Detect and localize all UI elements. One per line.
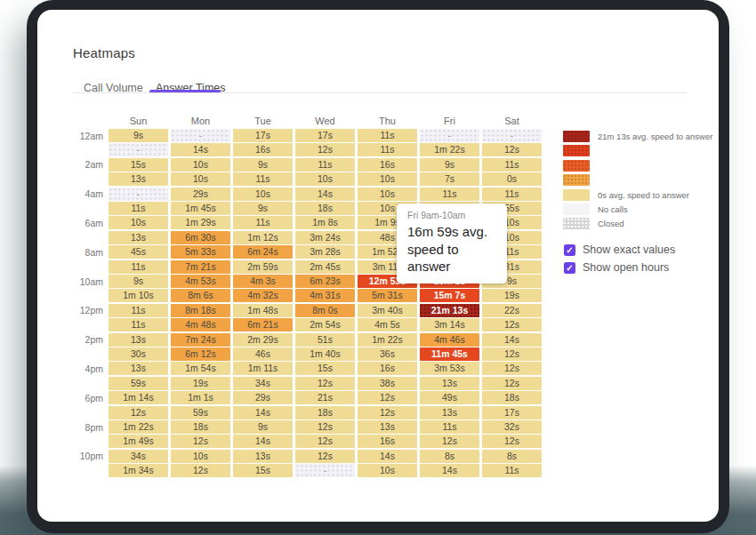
heatmap-cell[interactable]: 12s bbox=[482, 435, 542, 448]
heatmap-cell[interactable]: 46s bbox=[233, 347, 293, 361]
heatmap-cell[interactable]: 14s bbox=[295, 188, 355, 201]
heatmap-cell[interactable]: 13s bbox=[420, 377, 479, 390]
heatmap-cell[interactable]: 29s bbox=[233, 391, 293, 404]
heatmap-cell[interactable]: 12s bbox=[482, 362, 542, 375]
heatmap-cell[interactable]: 7m 24s bbox=[171, 333, 230, 347]
heatmap-cell[interactable]: 13s bbox=[358, 420, 417, 434]
heatmap-cell[interactable]: 4m 46s bbox=[420, 333, 479, 347]
heatmap-cell[interactable]: 49s bbox=[420, 391, 479, 404]
heatmap-cell[interactable]: 10s bbox=[233, 188, 293, 201]
heatmap-cell[interactable]: 12s bbox=[482, 143, 542, 156]
heatmap-cell[interactable]: 3m 40s bbox=[358, 304, 417, 317]
heatmap-cell[interactable]: 18s bbox=[171, 420, 230, 434]
heatmap-cell[interactable]: 12s bbox=[482, 377, 542, 390]
heatmap-cell[interactable]: 13s bbox=[109, 172, 168, 186]
checkbox-show-exact-values[interactable]: ✓Show exact values bbox=[564, 244, 675, 256]
heatmap-cell[interactable]: 59s bbox=[171, 406, 230, 419]
heatmap-cell[interactable]: 10s bbox=[171, 172, 230, 186]
heatmap-cell[interactable]: 19s bbox=[482, 289, 542, 302]
heatmap-cell[interactable]: 9s bbox=[233, 202, 293, 215]
heatmap-cell[interactable]: 7s bbox=[420, 172, 479, 186]
heatmap-cell[interactable]: 1m 48s bbox=[233, 304, 293, 317]
heatmap-cell[interactable]: 12s bbox=[109, 406, 168, 419]
heatmap-cell[interactable]: 1m 12s bbox=[233, 231, 293, 244]
heatmap-cell[interactable]: 1m 14s bbox=[109, 391, 168, 404]
heatmap-cell[interactable]: 8m 6s bbox=[171, 289, 230, 302]
heatmap-cell[interactable]: 36s bbox=[358, 347, 417, 361]
heatmap-cell[interactable]: 12s bbox=[482, 347, 542, 361]
heatmap-cell[interactable]: 3m 24s bbox=[295, 231, 355, 244]
heatmap-cell[interactable]: 9s bbox=[233, 158, 293, 172]
heatmap-cell[interactable]: 5m 31s bbox=[358, 289, 417, 302]
heatmap-cell[interactable]: 34s bbox=[233, 377, 293, 390]
heatmap-cell[interactable]: 12s bbox=[420, 435, 479, 448]
heatmap-cell[interactable]: 45s bbox=[109, 245, 168, 259]
heatmap-cell[interactable]: 1m 22s bbox=[358, 333, 417, 347]
heatmap-cell[interactable]: 11s bbox=[109, 260, 168, 274]
heatmap-cell[interactable]: 32s bbox=[482, 420, 542, 434]
heatmap-cell[interactable]: 8s bbox=[482, 450, 542, 463]
heatmap-cell[interactable]: 10s bbox=[171, 450, 230, 463]
heatmap-cell[interactable]: 10s bbox=[171, 158, 230, 172]
heatmap-cell[interactable]: 4m 5s bbox=[358, 318, 417, 331]
heatmap-cell[interactable]: 11s bbox=[109, 304, 168, 317]
heatmap-cell[interactable]: 9s bbox=[109, 129, 168, 142]
heatmap-cell[interactable]: - bbox=[109, 188, 168, 201]
heatmap-cell[interactable]: 22s bbox=[482, 304, 542, 317]
heatmap-cell[interactable]: 18s bbox=[295, 202, 355, 215]
heatmap-cell[interactable]: 21s bbox=[295, 391, 355, 404]
heatmap-cell[interactable]: 12s bbox=[358, 391, 417, 404]
checkbox-show-open-hours[interactable]: ✓Show open hours bbox=[564, 261, 669, 274]
heatmap-cell[interactable]: 13s bbox=[420, 406, 479, 419]
heatmap-cell[interactable]: 13s bbox=[109, 231, 168, 244]
heatmap-cell[interactable]: 14s bbox=[233, 406, 293, 419]
heatmap-cell[interactable]: 38s bbox=[358, 377, 417, 390]
heatmap-cell[interactable]: 30s bbox=[109, 347, 168, 361]
heatmap-cell[interactable]: 11s bbox=[420, 420, 479, 434]
heatmap-cell[interactable]: 2m 45s bbox=[295, 260, 355, 274]
heatmap-cell[interactable]: 12s bbox=[295, 450, 355, 463]
heatmap-cell[interactable]: 10s bbox=[358, 172, 417, 186]
heatmap-cell[interactable]: 12s bbox=[295, 377, 355, 390]
heatmap-cell[interactable]: 34s bbox=[109, 450, 168, 463]
heatmap-cell[interactable]: - bbox=[482, 129, 542, 142]
heatmap-cell[interactable]: 4m 48s bbox=[171, 318, 230, 331]
heatmap-cell[interactable]: 6m 12s bbox=[171, 347, 230, 361]
heatmap-cell[interactable]: 14s bbox=[171, 143, 230, 156]
heatmap-cell[interactable]: 1m 1s bbox=[171, 391, 230, 404]
heatmap-cell[interactable]: 14s bbox=[358, 450, 417, 463]
heatmap-cell[interactable]: 12s bbox=[482, 318, 542, 331]
heatmap-cell[interactable]: 4m 53s bbox=[171, 275, 230, 288]
heatmap-cell[interactable]: 10s bbox=[358, 188, 417, 201]
heatmap-cell[interactable]: 8m 18s bbox=[171, 304, 230, 317]
heatmap-cell[interactable]: 12s bbox=[358, 406, 417, 419]
checkbox-box[interactable]: ✓ bbox=[564, 244, 575, 256]
heatmap-cell[interactable]: 5m 33s bbox=[171, 245, 230, 259]
heatmap-cell[interactable]: 1m 29s bbox=[171, 216, 230, 229]
heatmap-cell[interactable]: 15s bbox=[109, 158, 168, 172]
heatmap-cell[interactable]: 2m 29s bbox=[233, 333, 293, 347]
heatmap-cell[interactable]: 13s bbox=[233, 450, 293, 463]
heatmap-cell[interactable]: 15s bbox=[233, 464, 293, 477]
heatmap-cell[interactable]: - bbox=[295, 464, 355, 477]
heatmap-cell[interactable]: 11s bbox=[482, 188, 542, 201]
checkbox-box[interactable]: ✓ bbox=[564, 262, 575, 274]
heatmap-cell[interactable]: 2m 54s bbox=[295, 318, 355, 331]
heatmap-cell[interactable]: 11s bbox=[233, 172, 293, 186]
heatmap-cell[interactable]: 12s bbox=[171, 464, 230, 477]
heatmap-cell[interactable]: 2m 59s bbox=[233, 260, 293, 274]
heatmap-cell[interactable]: 13s bbox=[109, 333, 168, 347]
heatmap-cell[interactable]: 6m 24s bbox=[233, 245, 293, 259]
heatmap-cell[interactable]: 9s bbox=[233, 420, 293, 434]
heatmap-cell[interactable]: 11s bbox=[482, 464, 542, 477]
heatmap-cell[interactable]: 16s bbox=[358, 362, 417, 375]
heatmap-cell[interactable]: 14s bbox=[482, 333, 542, 347]
heatmap-cell[interactable]: 9s bbox=[420, 158, 479, 172]
heatmap-cell[interactable]: 6m 23s bbox=[295, 275, 355, 288]
heatmap-cell[interactable]: 1m 34s bbox=[109, 464, 168, 477]
heatmap-cell[interactable]: 10s bbox=[358, 464, 417, 477]
heatmap-cell[interactable]: 9s bbox=[109, 275, 168, 288]
heatmap-cell[interactable]: 13s bbox=[109, 362, 168, 375]
heatmap-cell[interactable]: 18s bbox=[482, 391, 542, 404]
heatmap-cell[interactable]: 6m 21s bbox=[233, 318, 293, 331]
